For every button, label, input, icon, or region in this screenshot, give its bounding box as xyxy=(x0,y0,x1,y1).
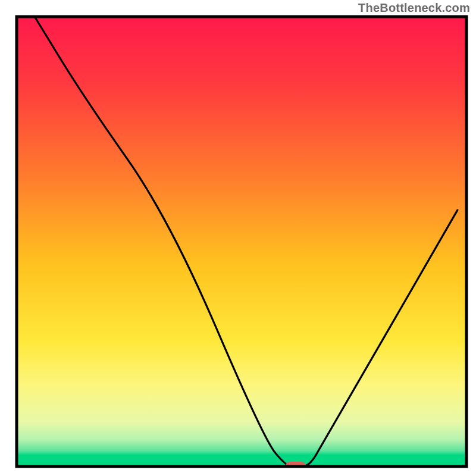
watermark-text: TheBottleneck.com xyxy=(358,1,470,15)
gradient-background xyxy=(17,17,466,466)
chart-container: { "watermark": "TheBottleneck.com", "cha… xyxy=(0,0,476,476)
bottleneck-chart xyxy=(0,0,476,476)
